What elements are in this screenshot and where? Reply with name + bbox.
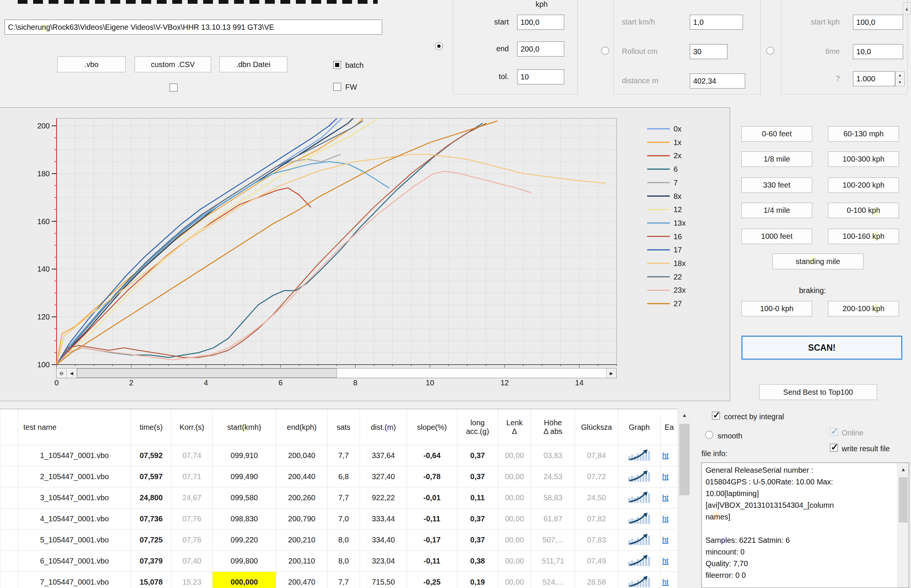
graph-thumbnail-icon[interactable] <box>628 531 651 546</box>
btn-100-0-kph[interactable]: 100-0 kph <box>741 301 812 317</box>
cell-korr[interactable]: 15,23 <box>172 572 213 588</box>
results-table[interactable]: test nametime(s)Korr.(s)start(kmh)end(kp… <box>0 409 678 588</box>
cell-time[interactable]: 24,800 <box>131 488 172 509</box>
cell-time[interactable]: 07,725 <box>131 530 172 551</box>
cell-end[interactable]: 200,040 <box>276 445 327 466</box>
table-vertical-scrollbar[interactable]: ▲ <box>678 409 691 588</box>
cell-hoehe[interactable]: 507,... <box>531 530 575 551</box>
cell-name[interactable]: 2_105447_0001.vbo <box>18 466 131 488</box>
col-header-graph[interactable]: Graph <box>618 409 661 445</box>
cell-lenk[interactable]: 00,00 <box>498 509 531 530</box>
mode-radio-speed-range[interactable] <box>435 42 443 50</box>
btn-0-60-feet[interactable]: 0-60 feet <box>741 126 812 142</box>
cell-gluck[interactable]: 07,49 <box>575 551 618 572</box>
cell-graph[interactable] <box>618 445 661 466</box>
cell-time[interactable]: 07,592 <box>131 445 172 466</box>
col-header-lenk[interactable]: Lenk Δ <box>498 409 531 445</box>
table-row[interactable]: 1_105447_0001.vbo07,59207,74099,910200,0… <box>0 445 678 466</box>
file-info-scroll-up-icon[interactable]: ▲ <box>898 463 909 476</box>
scan-button[interactable]: SCAN! <box>741 336 902 360</box>
cell-start[interactable]: 098,830 <box>213 509 276 530</box>
cell-gluck[interactable]: 07,82 <box>575 509 618 530</box>
cell-graph[interactable] <box>618 530 661 551</box>
cell-lenk[interactable]: 00,00 <box>498 466 531 488</box>
cell-slope[interactable]: -0,01 <box>407 488 457 509</box>
cell-sats[interactable]: 7,7 <box>327 488 360 509</box>
cell-gluck[interactable]: 24,50 <box>575 488 618 509</box>
mode-radio-distance[interactable] <box>601 47 609 55</box>
table-row[interactable]: 2_105447_0001.vbo07,59707,71099,490200,4… <box>0 466 678 488</box>
result-link[interactable]: ht <box>662 472 669 481</box>
cell-sats[interactable]: 8,0 <box>327 530 360 551</box>
row-selector-header[interactable] <box>0 409 18 445</box>
col-header-start[interactable]: start(kmh) <box>213 409 276 445</box>
cell-start[interactable]: 099,580 <box>213 488 276 509</box>
cell-hoehe[interactable]: 03,83 <box>531 445 575 466</box>
cell-slope[interactable]: -0,17 <box>407 530 457 551</box>
cell-longacc[interactable]: 0,11 <box>457 488 498 509</box>
cell-ea[interactable]: ht <box>661 509 678 530</box>
cell-start[interactable]: 099,910 <box>213 445 276 466</box>
btn-60-130-mph[interactable]: 60-130 mph <box>828 126 899 142</box>
btn-1-4-mile[interactable]: 1/4 mile <box>741 203 812 218</box>
btn-100-200-kph[interactable]: 100-200 kph <box>828 178 899 193</box>
cell-end[interactable]: 200,110 <box>276 551 327 572</box>
result-link[interactable]: ht <box>662 557 669 565</box>
cell-longacc[interactable]: 0,37 <box>457 509 498 530</box>
cell-end[interactable]: 200,440 <box>276 466 327 488</box>
correct-by-integral-checkbox[interactable]: ✓ <box>712 412 720 420</box>
cell-end[interactable]: 200,210 <box>276 530 327 551</box>
factor-input[interactable] <box>853 71 895 86</box>
chart-scroll-track[interactable] <box>77 368 606 378</box>
cell-longacc[interactable]: 0,19 <box>457 572 498 588</box>
rollout-cm-input[interactable] <box>690 44 727 59</box>
cell-slope[interactable]: -0,11 <box>407 551 457 572</box>
btn-200-100-kph[interactable]: 200-100 kph <box>828 301 899 317</box>
col-header-time[interactable]: time(s) <box>131 409 172 445</box>
graph-thumbnail-icon[interactable] <box>628 447 651 462</box>
cell-graph[interactable] <box>618 488 661 509</box>
batch-checkbox[interactable] <box>333 61 341 69</box>
result-link[interactable]: ht <box>662 578 669 586</box>
cell-start[interactable]: 099,490 <box>213 466 276 488</box>
cell-dist[interactable]: 327,40 <box>360 466 407 488</box>
cell-hoehe[interactable]: 24,53 <box>531 466 575 488</box>
col-header-hoehe[interactable]: Höhe Δ abs <box>531 409 575 445</box>
btn-330-feet[interactable]: 330 feet <box>741 178 812 193</box>
cell-name[interactable]: 6_105447_0001.vbo <box>18 551 131 572</box>
cell-korr[interactable]: 07,76 <box>172 509 213 530</box>
smooth-radio[interactable] <box>705 431 713 439</box>
cell-ea[interactable]: ht <box>661 488 678 509</box>
cell-ea[interactable]: ht <box>661 466 678 488</box>
cell-longacc[interactable]: 0,37 <box>457 530 498 551</box>
chart-horizontal-scrollbar[interactable]: ⊖ ◄ ► <box>56 368 617 378</box>
cell-dist[interactable]: 323,04 <box>360 551 407 572</box>
cell-name[interactable]: 3_105447_0001.vbo <box>18 488 131 509</box>
col-header-name[interactable]: test name <box>18 409 131 445</box>
cell-name[interactable]: 1_105447_0001.vbo <box>18 445 131 466</box>
cell-slope[interactable]: -0,64 <box>407 445 457 466</box>
cell-name[interactable]: 4_105447_0001.vbo <box>18 509 131 530</box>
cell-slope[interactable]: -0,78 <box>407 466 457 488</box>
table-scroll-up-icon[interactable]: ▲ <box>678 409 691 422</box>
cell-ea[interactable]: ht <box>661 572 678 588</box>
scroll-left-icon[interactable]: ◄ <box>67 368 77 378</box>
cell-gluck[interactable]: 07,83 <box>575 530 618 551</box>
vbo-button[interactable]: .vbo <box>57 57 126 72</box>
cell-lenk[interactable]: 00,00 <box>498 488 531 509</box>
cell-lenk[interactable]: 00,00 <box>498 572 531 588</box>
graph-thumbnail-icon[interactable] <box>628 574 651 588</box>
cell-start[interactable]: 099,220 <box>213 530 276 551</box>
cell-name[interactable]: 5_105447_0001.vbo <box>18 530 131 551</box>
btn-standing-mile[interactable]: standing mile <box>772 254 864 269</box>
cell-lenk[interactable]: 00,00 <box>498 530 531 551</box>
chart-scroll-thumb[interactable] <box>77 368 337 378</box>
fw-checkbox[interactable] <box>333 83 341 91</box>
cell-start[interactable]: 099,800 <box>213 551 276 572</box>
graph-thumbnail-icon[interactable] <box>628 468 651 483</box>
cell-slope[interactable]: -0,25 <box>407 572 457 588</box>
cell-korr[interactable]: 07,40 <box>172 551 213 572</box>
cell-dist[interactable]: 333,44 <box>360 509 407 530</box>
cell-lenk[interactable]: 00,00 <box>498 551 531 572</box>
table-scroll-thumb[interactable] <box>679 424 690 495</box>
